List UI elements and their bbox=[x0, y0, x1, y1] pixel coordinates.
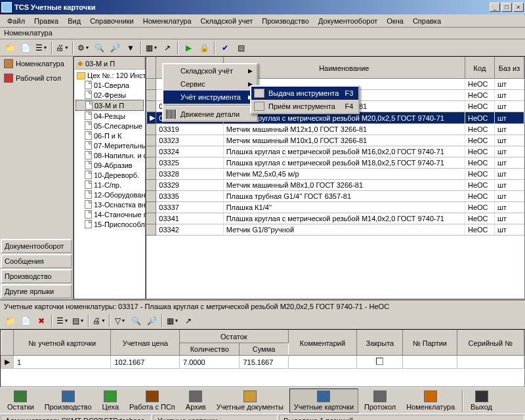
menu-item[interactable]: Учёт инструмента▶ bbox=[163, 91, 257, 104]
context-menu[interactable]: Складской учёт▶Сервис▶Учёт инструмента▶Д… bbox=[162, 63, 258, 122]
check-icon[interactable]: ✔ bbox=[218, 41, 232, 55]
bottom-tabs: ОстаткиПроизводствоЦехаРабота с ПСпАрхив… bbox=[0, 387, 525, 413]
tree-node[interactable]: 15-Приспособлен bbox=[75, 219, 144, 229]
tree-node[interactable]: 14-Станочные пр bbox=[75, 209, 144, 219]
bottom-tab-Цеха[interactable]: Цеха bbox=[98, 388, 124, 413]
bottom-tab-Учетные карточки[interactable]: Учетные карточки bbox=[289, 388, 358, 413]
menu-Справка[interactable]: Справка bbox=[408, 16, 446, 26]
minimize-button[interactable]: _ bbox=[490, 3, 500, 12]
menu-item[interactable]: Движение детали bbox=[163, 108, 257, 121]
export-icon[interactable]: ↗ bbox=[181, 314, 196, 328]
tree-node[interactable]: 01-Сверла bbox=[75, 80, 144, 90]
submenu-item[interactable]: Выдача инструментаF3 bbox=[251, 87, 358, 100]
binoculars-next-icon[interactable]: 🔎 bbox=[108, 41, 122, 55]
menu-Справочники[interactable]: Справочники bbox=[85, 16, 138, 26]
menu-Окна[interactable]: Окна bbox=[382, 16, 408, 26]
tree-root[interactable]: Цех №.: 120 Инструм bbox=[75, 71, 144, 80]
bottom-tab-Выход[interactable]: Выход bbox=[466, 388, 497, 413]
menu-item[interactable]: Сервис▶ bbox=[163, 77, 257, 91]
bottom-tab-Работа с ПСп[interactable]: Работа с ПСп bbox=[125, 388, 180, 413]
maximize-button[interactable]: □ bbox=[501, 3, 512, 12]
bottom-tab-Архив[interactable]: Архив bbox=[181, 388, 211, 413]
card-icon[interactable]: ▦▼ bbox=[165, 314, 180, 328]
menu-item[interactable]: Складской учёт▶ bbox=[163, 64, 257, 77]
gear-icon[interactable]: ⚙▼ bbox=[76, 41, 91, 55]
doc-icon[interactable]: ▤▼ bbox=[71, 314, 85, 328]
tree-node[interactable]: 10-Дереворб. bbox=[75, 170, 144, 180]
nav-item[interactable]: Номенклатура bbox=[0, 56, 73, 71]
menu-Файл[interactable]: Файл bbox=[3, 16, 30, 26]
nav-tab[interactable]: Сообщения bbox=[1, 254, 72, 268]
menu-Документооборот[interactable]: Документооборот bbox=[314, 16, 382, 26]
bottom-tab-Производство[interactable]: Производство bbox=[40, 388, 96, 413]
table-row[interactable]: 03329Метчик машинный М8x1,0 ГОСТ 3266-81… bbox=[147, 180, 524, 191]
grid-col-header[interactable]: Баз из bbox=[494, 58, 524, 79]
nav-tab[interactable]: Производство bbox=[1, 269, 72, 284]
navigator-panel: НоменклатураРабочий стол Документооборот… bbox=[0, 56, 74, 299]
table-row[interactable]: 03324Плашка круглая с метрической резьбо… bbox=[147, 146, 524, 158]
table-row[interactable]: 03328Метчик М2,5x0,45 м/рНеОСшт bbox=[147, 169, 524, 180]
tree-node[interactable]: 05-Слесарные bbox=[75, 121, 144, 131]
new-doc-icon[interactable]: 📄 bbox=[18, 41, 33, 55]
grid-col-header[interactable]: Наименование bbox=[223, 58, 465, 79]
grid-col-header[interactable] bbox=[147, 58, 156, 79]
binoculars-icon[interactable]: 🔍 bbox=[129, 314, 143, 328]
table-row[interactable]: 03323Метчик машинный М10x1,0 ГОСТ 3266-8… bbox=[147, 135, 524, 146]
list-icon[interactable]: ☰▼ bbox=[34, 41, 49, 55]
tree-header[interactable]: ◆ 03-М и П bbox=[74, 57, 145, 70]
table-row[interactable]: 03335Плашка трубная G1/4'' ГОСТ 6357-81Н… bbox=[147, 191, 524, 202]
play-icon[interactable]: ▶ bbox=[181, 41, 196, 55]
close-button[interactable]: × bbox=[513, 3, 524, 12]
nav-tab[interactable]: Другие ярлыки bbox=[1, 284, 72, 299]
new-folder-icon[interactable]: 📁 bbox=[3, 314, 17, 328]
form-icon[interactable]: ▤ bbox=[234, 41, 248, 55]
tree-node[interactable]: 09-Абразив bbox=[75, 160, 144, 170]
table-row[interactable]: ▶1102.16677.0000715.1667 bbox=[1, 356, 524, 369]
new-folder-icon[interactable]: 📁 bbox=[3, 41, 17, 55]
print-icon[interactable]: 🖨▼ bbox=[92, 314, 106, 328]
table-row[interactable]: 03319Метчик машинный М12x1,0 ГОСТ 3266-8… bbox=[147, 124, 524, 135]
binoculars-icon[interactable]: 🔍 bbox=[92, 41, 106, 55]
tree-node[interactable]: 02-Фрезы bbox=[75, 90, 144, 100]
binoculars-next-icon[interactable]: 🔎 bbox=[144, 314, 159, 328]
bottom-tab-Номенклатура[interactable]: Номенклатура bbox=[402, 388, 459, 413]
submenu-item[interactable]: Приём инструментаF4 bbox=[251, 100, 358, 113]
detail-grid[interactable]: № учетной карточкиУчетная ценаОстатокКом… bbox=[0, 329, 525, 387]
menu-Номенклатура[interactable]: Номенклатура bbox=[138, 16, 196, 26]
bottom-tab-Учетные документы[interactable]: Учетные документы bbox=[212, 388, 288, 413]
lock-icon[interactable]: 🔒 bbox=[197, 41, 211, 55]
filter-icon[interactable]: ▼ bbox=[123, 41, 138, 55]
export-icon[interactable]: ↗ bbox=[160, 41, 175, 55]
new-doc-icon[interactable]: 📄 bbox=[18, 314, 33, 328]
table-row[interactable]: 03342Метчик G1/8''ручнойНеОСшт bbox=[147, 224, 524, 236]
tree-node[interactable]: 06-П и К bbox=[75, 131, 144, 140]
tree-node[interactable]: 04-Резцы bbox=[75, 111, 144, 121]
card-icon[interactable]: ▦▼ bbox=[144, 41, 159, 55]
table-row[interactable]: 03341Плашка круглая с метрической резьбо… bbox=[147, 213, 524, 224]
window-title: TCS Учетные карточки bbox=[14, 3, 488, 11]
tree-node[interactable]: 11-С/пр. bbox=[75, 180, 144, 190]
nav-tab[interactable]: Документооборот bbox=[1, 239, 72, 253]
context-submenu[interactable]: Выдача инструментаF3Приём инструментаF4 bbox=[250, 85, 360, 114]
status-selection: Выделено 1 позиций bbox=[279, 415, 524, 420]
bottom-tab-Протокол[interactable]: Протокол bbox=[360, 388, 400, 413]
menu-Правка[interactable]: Правка bbox=[30, 16, 63, 26]
tree-node[interactable]: 07-Мерительный bbox=[75, 140, 144, 150]
filter-icon[interactable]: ▽▼ bbox=[113, 314, 127, 328]
tree-node[interactable]: 08-Напильн. и сл bbox=[75, 150, 144, 160]
tree-node[interactable]: 13-Оснастка вне bbox=[75, 200, 144, 209]
tree-node[interactable]: 12-Оборудование bbox=[75, 190, 144, 200]
grid-col-header[interactable]: Код bbox=[465, 58, 494, 79]
menu-Вид[interactable]: Вид bbox=[63, 16, 85, 26]
print-icon[interactable]: 🖨▼ bbox=[55, 41, 70, 55]
menu-Складской учет[interactable]: Складской учет bbox=[196, 16, 258, 26]
table-row[interactable]: 03325Плашка круглая с метрической резьбо… bbox=[147, 158, 524, 169]
menu-Производство[interactable]: Производство bbox=[257, 16, 314, 26]
table-row[interactable]: 03337Плашка К1/4''НеОСшт bbox=[147, 202, 524, 213]
delete-icon[interactable]: ✖ bbox=[34, 314, 49, 328]
main-toolbar: 📁 📄 ☰▼ 🖨▼ ⚙▼ 🔍 🔎 ▼ ▦▼ ↗ ▶ 🔒 ✔ ▤ bbox=[0, 39, 525, 56]
bottom-tab-Остатки[interactable]: Остатки bbox=[3, 388, 39, 413]
nav-item[interactable]: Рабочий стол bbox=[0, 71, 73, 85]
tree-node[interactable]: 03-М и П bbox=[75, 100, 144, 111]
list-icon[interactable]: ☰▼ bbox=[55, 314, 70, 328]
